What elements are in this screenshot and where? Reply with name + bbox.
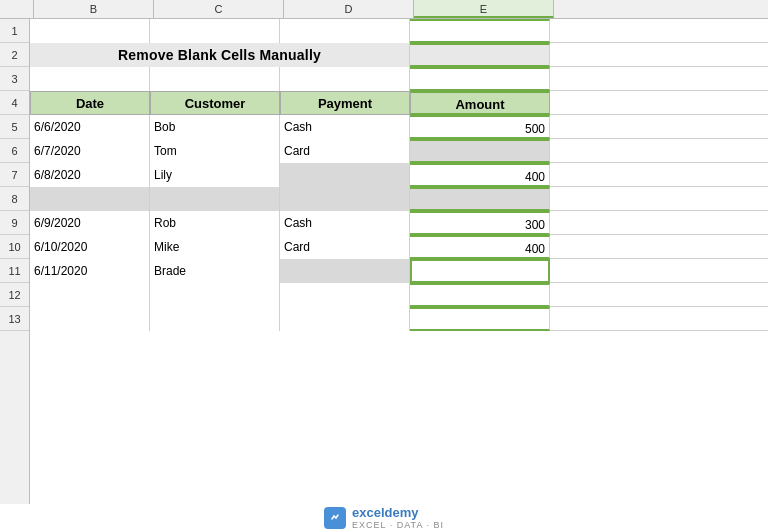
cell-customer-11[interactable]: Brade: [150, 259, 280, 283]
cell-customer-10[interactable]: Mike: [150, 235, 280, 259]
cell-amount-6[interactable]: [410, 139, 550, 163]
row-num-8[interactable]: 8: [0, 187, 29, 211]
header-amount[interactable]: Amount: [410, 91, 550, 115]
row-6: 6/7/2020 Tom Card: [30, 139, 768, 163]
cell-payment-9[interactable]: Cash: [280, 211, 410, 235]
row-2: Remove Blank Cells Manually: [30, 43, 768, 67]
cell-customer-5[interactable]: Bob: [150, 115, 280, 139]
row-4: Date Customer Payment Amount: [30, 91, 768, 115]
cell-customer-8[interactable]: [150, 187, 280, 211]
cell-d1[interactable]: [280, 19, 410, 43]
cell-payment-7[interactable]: [280, 163, 410, 187]
cell-customer-7[interactable]: Lily: [150, 163, 280, 187]
header-payment[interactable]: Payment: [280, 91, 410, 115]
cell-e2[interactable]: [410, 43, 550, 67]
watermark-text: exceldemy EXCEL · DATA · BI: [352, 505, 444, 531]
cell-amount-7[interactable]: 400: [410, 163, 550, 187]
cell-c13[interactable]: [150, 307, 280, 331]
row-11: 6/11/2020 Brade: [30, 259, 768, 283]
cell-d12[interactable]: [280, 283, 410, 307]
row-7: 6/8/2020 Lily 400: [30, 163, 768, 187]
row-num-4[interactable]: 4: [0, 91, 29, 115]
cell-e12[interactable]: [410, 283, 550, 307]
watermark: exceldemy EXCEL · DATA · BI: [0, 504, 768, 532]
watermark-sub: EXCEL · DATA · BI: [352, 520, 444, 531]
cell-b2[interactable]: Remove Blank Cells Manually: [30, 43, 410, 67]
cell-date-10[interactable]: 6/10/2020: [30, 235, 150, 259]
grid-area: 1 2 3 4 5 6 7 8 9 10 11 12 13 R: [0, 19, 768, 504]
cell-date-7[interactable]: 6/8/2020: [30, 163, 150, 187]
col-header-b[interactable]: B: [34, 0, 154, 18]
cell-d3[interactable]: [280, 67, 410, 91]
row-num-11[interactable]: 11: [0, 259, 29, 283]
cell-b12[interactable]: [30, 283, 150, 307]
row-num-1[interactable]: 1: [0, 19, 29, 43]
row-num-7[interactable]: 7: [0, 163, 29, 187]
cell-payment-6[interactable]: Card: [280, 139, 410, 163]
cell-date-9[interactable]: 6/9/2020: [30, 211, 150, 235]
cell-e13[interactable]: [410, 307, 550, 331]
row-num-9[interactable]: 9: [0, 211, 29, 235]
row-num-5[interactable]: 5: [0, 115, 29, 139]
cell-amount-9[interactable]: 300: [410, 211, 550, 235]
cell-customer-6[interactable]: Tom: [150, 139, 280, 163]
watermark-icon: [324, 507, 346, 529]
cell-c12[interactable]: [150, 283, 280, 307]
cell-e1[interactable]: [410, 19, 550, 43]
row-5: 6/6/2020 Bob Cash 500: [30, 115, 768, 139]
row-10: 6/10/2020 Mike Card 400: [30, 235, 768, 259]
col-header-d[interactable]: D: [284, 0, 414, 18]
watermark-logo: exceldemy EXCEL · DATA · BI: [324, 505, 444, 531]
col-header-c[interactable]: C: [154, 0, 284, 18]
row-numbers: 1 2 3 4 5 6 7 8 9 10 11 12 13: [0, 19, 30, 504]
cell-e3[interactable]: [410, 67, 550, 91]
row-num-12[interactable]: 12: [0, 283, 29, 307]
row-num-6[interactable]: 6: [0, 139, 29, 163]
cell-b13[interactable]: [30, 307, 150, 331]
cell-b1[interactable]: [30, 19, 150, 43]
cell-amount-5[interactable]: 500: [410, 115, 550, 139]
row-num-2[interactable]: 2: [0, 43, 29, 67]
header-date[interactable]: Date: [30, 91, 150, 115]
row-num-10[interactable]: 10: [0, 235, 29, 259]
spreadsheet: B C D E 1 2 3 4 5 6 7 8 9 10 11 12 13: [0, 0, 768, 532]
cell-c1[interactable]: [150, 19, 280, 43]
row-9: 6/9/2020 Rob Cash 300: [30, 211, 768, 235]
cell-c3[interactable]: [150, 67, 280, 91]
cell-date-11[interactable]: 6/11/2020: [30, 259, 150, 283]
cell-payment-10[interactable]: Card: [280, 235, 410, 259]
cell-payment-8[interactable]: [280, 187, 410, 211]
cell-amount-10[interactable]: 400: [410, 235, 550, 259]
row-3: [30, 67, 768, 91]
row-8: [30, 187, 768, 211]
grid-content: Remove Blank Cells Manually Date Custome…: [30, 19, 768, 504]
cell-date-5[interactable]: 6/6/2020: [30, 115, 150, 139]
cell-b3[interactable]: [30, 67, 150, 91]
row-1: [30, 19, 768, 43]
cell-d13[interactable]: [280, 307, 410, 331]
cell-amount-11[interactable]: [410, 259, 550, 283]
row-num-13[interactable]: 13: [0, 307, 29, 331]
watermark-name: exceldemy: [352, 505, 444, 521]
cell-payment-5[interactable]: Cash: [280, 115, 410, 139]
row-13: [30, 307, 768, 331]
cell-date-6[interactable]: 6/7/2020: [30, 139, 150, 163]
column-headers-bar: B C D E: [0, 0, 768, 19]
header-customer[interactable]: Customer: [150, 91, 280, 115]
cell-customer-9[interactable]: Rob: [150, 211, 280, 235]
corner-cell: [0, 0, 34, 18]
col-header-e[interactable]: E: [414, 0, 554, 18]
row-12: [30, 283, 768, 307]
row-num-3[interactable]: 3: [0, 67, 29, 91]
cell-payment-11[interactable]: [280, 259, 410, 283]
cell-amount-8[interactable]: [410, 187, 550, 211]
cell-date-8[interactable]: [30, 187, 150, 211]
